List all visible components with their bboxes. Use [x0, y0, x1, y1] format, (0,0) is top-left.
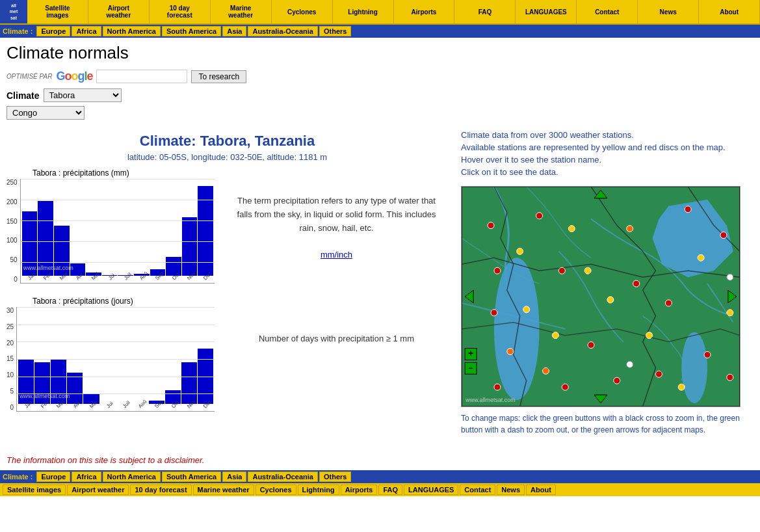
label-jui: Jui	[107, 273, 116, 282]
left-panel: Climate: Tabora, Tanzania latitude: 05-0…	[7, 127, 448, 436]
svg-point-32	[607, 297, 614, 303]
nav-10-day-forecast[interactable]: 10 dayforecast	[150, 0, 211, 23]
nav-news[interactable]: News	[638, 0, 699, 23]
bottom-subnav-europe[interactable]: Europe	[36, 472, 70, 482]
label2-jui: Jui	[105, 401, 114, 410]
y-label: 0	[14, 276, 18, 283]
svg-point-27	[614, 377, 620, 384]
bar-col-mar: Mar	[54, 226, 70, 283]
svg-point-33	[698, 254, 704, 261]
bar-col-2-dec: Déc	[198, 349, 213, 411]
svg-point-31	[552, 332, 558, 339]
y-label: 10	[7, 371, 14, 379]
bottom-subnav-australia-oceania[interactable]: Australia-Oceania	[248, 472, 318, 482]
search-input[interactable]	[96, 70, 187, 83]
svg-point-36	[584, 267, 591, 274]
bottom-nav-faq[interactable]: FAQ	[378, 485, 402, 495]
search-area: OPTIMISÉ PAR Google To research	[0, 67, 760, 86]
bottom-nav-bar: Satellite images Airport weather 10 day …	[0, 483, 760, 496]
bottom-nav-airports[interactable]: Airports	[341, 485, 378, 495]
svg-point-18	[588, 342, 594, 349]
svg-point-12	[488, 222, 494, 229]
subnav-south-america[interactable]: South America	[162, 26, 221, 36]
nav-airports[interactable]: Airports	[394, 0, 455, 23]
subnav-africa[interactable]: Africa	[72, 26, 101, 36]
nav-languages[interactable]: LANGUAGES	[516, 0, 577, 23]
bottom-nav-news[interactable]: News	[497, 485, 525, 495]
nav-contact[interactable]: Contact	[577, 0, 638, 23]
map-instruction: To change maps: click the green buttons …	[461, 407, 740, 436]
map-container[interactable]: + −	[461, 186, 740, 407]
top-navigation: allmetsat Satelliteimages Airportweather…	[0, 0, 760, 25]
label-juil: Juil	[123, 272, 133, 282]
bottom-subnav-others[interactable]: Others	[319, 472, 351, 482]
subnav-north-america[interactable]: North America	[103, 26, 161, 36]
bar-col-nov: Nov	[182, 217, 198, 283]
y-label: 250	[7, 179, 18, 186]
chart-precipitation-days: Tabora : précipitations (jours) 30 25 20…	[7, 297, 215, 412]
bar-col-2-jui: Jui	[100, 404, 116, 411]
svg-point-22	[656, 371, 662, 377]
bar2-nov	[181, 362, 197, 404]
main-content: Climate: Tabora, Tanzania latitude: 05-0…	[0, 121, 760, 442]
bottom-nav-10-day-forecast[interactable]: 10 day forecast	[130, 485, 191, 495]
y-label: 0	[10, 404, 14, 411]
nav-faq[interactable]: FAQ	[454, 0, 516, 23]
svg-point-13	[536, 213, 543, 219]
mm-inch-link[interactable]: mm/inch	[321, 250, 352, 259]
bottom-nav-contact[interactable]: Contact	[460, 485, 495, 495]
chart2-watermark: www.allmetsat.com	[20, 393, 70, 399]
bottom-nav-languages[interactable]: LANGUAGES	[404, 485, 458, 495]
climate-selector-label: Climate	[7, 90, 40, 101]
nav-airport-weather[interactable]: Airportweather	[88, 0, 150, 23]
chart2-description: Number of days with precipitation ≥ 1 mm	[225, 334, 448, 343]
bottom-subnav-asia[interactable]: Asia	[222, 472, 246, 482]
y-label: 25	[7, 323, 14, 330]
bar-col-2-sep: Sep	[149, 401, 164, 411]
chart1-watermark: www.allmetsat.com	[23, 265, 73, 271]
nav-lightning[interactable]: Lightning	[333, 0, 394, 23]
bottom-nav-satellite-images[interactable]: Satellite images	[3, 485, 66, 495]
nav-satellite-images[interactable]: Satelliteimages	[27, 0, 88, 23]
subnav-europe[interactable]: Europe	[36, 26, 70, 36]
bar-col-juil: Juil	[118, 275, 133, 283]
bottom-nav-airport-weather[interactable]: Airport weather	[67, 485, 129, 495]
bar-col-jui: Jui	[102, 275, 118, 283]
top-nav-items: Satelliteimages Airportweather 10 dayfor…	[27, 0, 760, 23]
country-select[interactable]: Congo Tanzania	[7, 106, 85, 120]
y-label: 30	[7, 307, 14, 314]
nav-marine-weather[interactable]: Marineweather	[211, 0, 272, 23]
bar-col-dec: Déc	[198, 186, 213, 283]
bottom-nav-about[interactable]: About	[526, 485, 556, 495]
svg-point-38	[507, 349, 514, 355]
svg-point-39	[543, 367, 549, 374]
climate-select[interactable]: Tabora	[44, 88, 122, 102]
svg-point-25	[727, 374, 733, 380]
label-aou: Aoû	[138, 271, 149, 281]
subnav-australia-oceania[interactable]: Australia-Oceania	[248, 26, 318, 36]
station-subtitle: latitude: 05-05S, longitude: 032-50E, al…	[7, 152, 448, 168]
svg-point-28	[517, 248, 523, 254]
bottom-nav-lightning[interactable]: Lightning	[298, 485, 339, 495]
y-label: 150	[7, 218, 18, 225]
svg-point-37	[678, 384, 685, 390]
nav-about[interactable]: About	[699, 0, 760, 23]
bottom-subnav-south-america[interactable]: South America	[162, 472, 221, 482]
bottom-nav-marine-weather[interactable]: Marine weather	[193, 485, 254, 495]
site-logo[interactable]: allmetsat	[0, 0, 27, 23]
subnav-asia[interactable]: Asia	[222, 26, 246, 36]
right-panel: Climate data from over 3000 weather stat…	[461, 127, 753, 436]
bar-col-aou: Aoû	[134, 274, 150, 283]
search-button[interactable]: To research	[191, 70, 246, 83]
bar-col-sep: Sep	[150, 269, 166, 283]
bottom-subnav-north-america[interactable]: North America	[103, 472, 161, 482]
svg-point-35	[646, 332, 653, 339]
bottom-subnav-africa[interactable]: Africa	[72, 472, 101, 482]
subnav-others[interactable]: Others	[319, 26, 351, 36]
nav-cyclones[interactable]: Cyclones	[272, 0, 333, 23]
page-title: Climate normals	[0, 38, 760, 67]
bottom-nav-cyclones[interactable]: Cyclones	[256, 485, 296, 495]
y-label: 5	[10, 388, 14, 395]
google-logo: Google	[56, 70, 92, 83]
chart1-title: Tabora : précipitations (mm)	[7, 168, 215, 178]
